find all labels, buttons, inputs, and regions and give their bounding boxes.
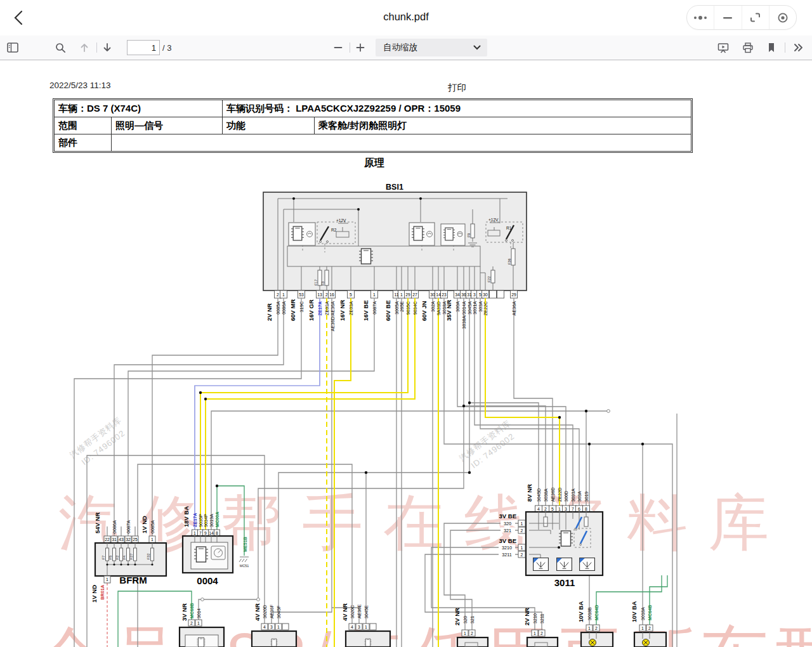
- wire-label: AE36E: [357, 604, 362, 618]
- search-button[interactable]: [53, 36, 68, 60]
- pin-number: 3: [358, 625, 360, 629]
- pin-number: 22: [105, 537, 110, 542]
- component-label: BSI1: [386, 183, 403, 192]
- pin-number: 8: [585, 507, 587, 511]
- wire-label: 3018A: [640, 607, 646, 620]
- connector-name: 2V NR: [523, 608, 530, 625]
- wire-label: 9034C: [412, 301, 418, 315]
- presentation-icon: [717, 42, 729, 53]
- fuse-label: F22: [487, 277, 491, 282]
- pin-number: 1: [400, 292, 403, 297]
- pin-number: 2: [521, 552, 523, 557]
- chevron-down-icon: [473, 45, 481, 50]
- connector-name: 4V NR: [254, 603, 261, 621]
- pin-number: 1: [521, 546, 523, 550]
- wire-label: 3020D: [262, 605, 268, 618]
- next-page-button[interactable]: [100, 36, 115, 60]
- pin-number: 34: [455, 292, 460, 297]
- pin-number: 7: [572, 507, 574, 511]
- connector-name: 16V BE: [362, 300, 369, 321]
- wire-label: 9035C: [405, 301, 411, 315]
- bookmark-icon: [767, 42, 776, 53]
- connector-name: 3V NR: [181, 603, 188, 621]
- zoom-out-button[interactable]: [331, 36, 346, 60]
- pdf-viewer-window: { "chrome": {"title": "chunk.pdf"}, "too…: [0, 0, 812, 647]
- pin-number: 1: [277, 625, 280, 629]
- fuse-label: F9: [467, 233, 471, 237]
- pin-number: 9: [204, 531, 207, 535]
- wire-label: MC68B: [189, 603, 195, 618]
- connector-name: 60V JN: [421, 301, 428, 321]
- wire-label: 0086A: [112, 520, 117, 533]
- pin-number: 1: [534, 631, 536, 636]
- fuse-label: F17: [314, 280, 318, 285]
- wire-label: 3031A: [472, 301, 478, 315]
- previous-page-button[interactable]: [77, 36, 92, 60]
- close-capsule-button[interactable]: [769, 6, 796, 29]
- pin-number: 31: [112, 537, 117, 542]
- zoom-mode-select[interactable]: 自动缩放: [376, 39, 487, 56]
- connector-name: 54V NR: [94, 513, 101, 533]
- bottom-connector-2vnr-2: 2V NR 3210 3211 1 2: [523, 608, 558, 647]
- page-total-label: / 3: [162, 43, 171, 53]
- pin-number: 2: [521, 528, 523, 533]
- component-label: 3011: [554, 577, 575, 588]
- unit-0004: 18V BA ZE17A 9035P 9034P 3019A MC00A 1 7…: [183, 506, 249, 586]
- pin-number: 11: [394, 292, 398, 297]
- pin-number: 25: [133, 537, 138, 542]
- minimize-icon: [723, 13, 733, 23]
- more-tools-button[interactable]: [790, 36, 808, 60]
- connector-name: 2V NR: [454, 608, 461, 625]
- zoom-in-button[interactable]: [353, 36, 368, 60]
- minimize-button[interactable]: [714, 6, 741, 29]
- pin-number: 1: [282, 292, 285, 297]
- pin-number: 14: [436, 292, 441, 297]
- wire-label: 0086A: [281, 301, 287, 315]
- bookmark-button[interactable]: [764, 36, 779, 60]
- connector-name: 60V BE: [384, 300, 391, 321]
- pin-number: 1: [106, 577, 108, 582]
- connector-name: 1V ND: [91, 585, 98, 603]
- maximize-button[interactable]: [742, 6, 769, 29]
- pin-number: 4: [537, 507, 540, 511]
- wire-label: 3045F: [276, 605, 282, 618]
- sidebar-toggle-button[interactable]: [5, 36, 20, 60]
- fuse-label: F4: [122, 556, 126, 559]
- wire-label: 3045E: [363, 605, 369, 618]
- pin-number: 29: [405, 292, 410, 297]
- fuse-label: F3: [321, 282, 325, 285]
- wire-label: 3020C: [350, 605, 355, 618]
- pin-number: 23: [442, 292, 447, 297]
- bottom-connector-10vba-1: 10V BA 3018B MC64D 1 2: [577, 601, 613, 647]
- wire-label: 3038A/3014A: [461, 301, 467, 329]
- wire-label: 3018A: [442, 301, 447, 315]
- page-number-input[interactable]: [127, 40, 160, 55]
- pin-number: 30: [483, 292, 488, 297]
- wire-label: 321: [469, 616, 475, 624]
- plus-icon: [356, 43, 365, 52]
- print-icon: [742, 42, 754, 53]
- wire-label: ZE22C: [483, 301, 488, 315]
- connector-name: 1V ND: [141, 516, 148, 533]
- pin-number: 1: [641, 626, 644, 631]
- double-chevron-icon: [794, 43, 804, 52]
- pin-number: 2: [325, 292, 328, 297]
- wire-label: 319C: [299, 301, 304, 312]
- pin-number: 31: [467, 292, 472, 297]
- pin-number: 1: [521, 521, 523, 526]
- wire-label: 3045D: [536, 488, 542, 502]
- wire-routes: [74, 298, 677, 647]
- print-button[interactable]: [740, 36, 756, 60]
- window-controls: [686, 5, 797, 30]
- more-options-button[interactable]: [687, 6, 714, 29]
- wire-label: MC64D: [594, 605, 599, 620]
- pin-number: 32: [126, 537, 131, 542]
- wire-label: MC00A: [214, 512, 220, 527]
- wire-label: MC64B: [647, 605, 653, 620]
- pin-number: 36: [461, 292, 466, 297]
- pin-number: 27: [412, 292, 417, 297]
- connector-name: 18V BA: [183, 506, 190, 527]
- arrow-down-icon: [102, 42, 112, 53]
- presentation-mode-button[interactable]: [716, 36, 731, 60]
- connector-name: 16V GR: [308, 299, 315, 321]
